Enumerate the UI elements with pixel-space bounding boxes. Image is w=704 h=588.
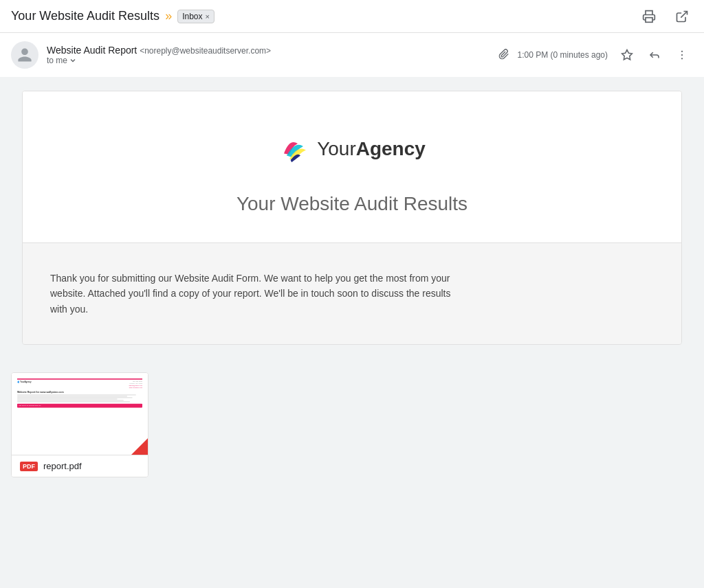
inbox-badge-close[interactable]: × [206,12,210,21]
attachment-preview: 🔷 YourAgency 123 Main Street Anytown, US… [12,373,148,455]
sender-email: <noreply@websiteauditserver.com> [140,46,271,56]
svg-point-4 [681,54,683,56]
arrow-icon: » [165,9,172,23]
top-bar-right [638,5,693,27]
action-icons [616,44,693,66]
svg-point-5 [681,58,683,59]
print-icon [642,10,656,23]
pdf-lines [17,394,142,402]
pdf-header-bar [17,378,142,380]
top-bar: Your Website Audit Results » Inbox × [0,0,704,33]
paperclip-icon [498,49,509,62]
hero-section: YourAgency Your Website Audit Results [23,91,681,243]
pdf-logo-text: YourAgency [20,381,31,383]
email-meta: 1:00 PM (0 minutes ago) [498,44,693,66]
logo-agency: Agency [356,138,426,159]
logo-text: YourAgency [317,138,426,160]
body-text: Thank you for submitting our Website Aud… [50,271,463,317]
attachment-card[interactable]: 🔷 YourAgency 123 Main Street Anytown, US… [11,372,148,477]
popout-button[interactable] [671,5,693,27]
email-timestamp: 1:00 PM (0 minutes ago) [518,50,608,60]
to-me[interactable]: to me [47,56,271,65]
email-headline: Your Website Audit Results [236,193,468,215]
attachment-filename: report.pdf [43,461,82,471]
email-body-wrapper: YourAgency Your Website Audit Results Th… [0,77,704,359]
avatar [11,41,38,69]
more-button[interactable] [671,44,693,66]
reply-button[interactable] [644,44,666,66]
attachment-area: 🔷 YourAgency 123 Main Street Anytown, US… [0,359,704,491]
inbox-badge[interactable]: Inbox × [177,10,214,23]
body-text-section: Thank you for submitting our Website Aud… [23,243,681,344]
star-button[interactable] [616,44,638,66]
email-title: Your Website Audit Results [11,9,160,23]
email-content-box: YourAgency Your Website Audit Results Th… [22,91,682,345]
more-icon [676,49,688,61]
pdf-preview-content: 🔷 YourAgency 123 Main Street Anytown, US… [17,378,142,407]
logo-your: Your [317,138,356,159]
logo-container: YourAgency [278,133,426,166]
pdf-bar-text: Audit Results for www.wallywine.com [19,405,41,407]
email-header: Website Audit Report <noreply@websiteaud… [0,33,704,77]
svg-line-1 [681,11,687,17]
person-icon [16,47,33,63]
pdf-address-block: 123 Main Street Anytown, USA 12345 websi… [129,381,142,388]
sender-info: Website Audit Report <noreply@websiteaud… [47,45,271,65]
star-icon [621,49,633,61]
attachment-icon [498,49,509,60]
inbox-badge-label: Inbox [182,12,202,21]
agency-logo-icon [278,133,311,166]
pdf-title: Website Report for www.wallywine.com [17,391,142,394]
pdf-pink-bar: Audit Results for www.wallywine.com [17,404,142,408]
chevron-down-icon [69,56,77,65]
attachment-label: PDF report.pdf [12,455,148,477]
pdf-corner-fold [131,438,148,455]
pdf-logo-row: 🔷 YourAgency [17,381,32,383]
sender-name: Website Audit Report [47,45,137,56]
sender-section: Website Audit Report <noreply@websiteaud… [11,41,271,69]
sender-name-line: Website Audit Report <noreply@websiteaud… [47,45,271,56]
print-button[interactable] [638,5,660,27]
popout-icon [675,10,689,23]
reply-icon [648,49,661,61]
svg-point-3 [681,51,683,52]
svg-rect-0 [646,17,652,22]
pdf-icon-badge: PDF [20,462,38,471]
svg-marker-2 [622,50,632,60]
top-bar-left: Your Website Audit Results » Inbox × [11,9,214,23]
